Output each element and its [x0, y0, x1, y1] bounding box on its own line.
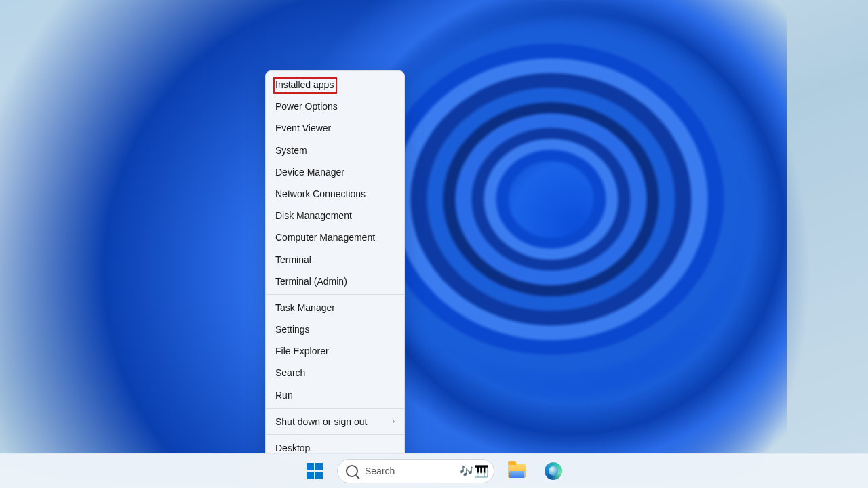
menu-item-task-manager[interactable]: Task Manager	[266, 297, 404, 319]
menu-item-run[interactable]: Run	[266, 384, 404, 406]
menu-item-disk-management[interactable]: Disk Management	[266, 205, 404, 226]
menu-item-label: Task Manager	[275, 302, 335, 314]
file-explorer-taskbar-button[interactable]	[502, 457, 531, 485]
wallpaper-bloom	[122, 0, 868, 488]
chevron-right-icon: ›	[393, 417, 395, 426]
menu-item-event-viewer[interactable]: Event Viewer	[266, 117, 404, 139]
winx-power-user-menu: Installed appsPower OptionsEvent ViewerS…	[265, 70, 405, 462]
menu-item-terminal[interactable]: Terminal	[266, 249, 404, 270]
menu-separator	[266, 408, 404, 409]
menu-item-label: System	[275, 144, 307, 157]
menu-item-label: Device Manager	[275, 166, 344, 178]
menu-separator	[266, 294, 404, 295]
menu-item-network-connections[interactable]: Network Connections	[266, 183, 404, 205]
menu-item-label: Terminal	[275, 253, 311, 266]
menu-item-label: Network Connections	[275, 188, 366, 200]
search-placeholder-text: Search	[365, 466, 395, 476]
menu-item-label: Desktop	[275, 442, 310, 454]
menu-item-shut-down-or-sign-out[interactable]: Shut down or sign out›	[266, 411, 404, 432]
menu-item-label: Terminal (Admin)	[275, 275, 347, 287]
start-button[interactable]	[300, 457, 329, 485]
edge-icon	[545, 462, 562, 480]
menu-item-installed-apps[interactable]: Installed apps	[266, 74, 404, 96]
search-icon	[346, 465, 358, 477]
menu-separator	[266, 434, 404, 435]
menu-item-label: Computer Management	[275, 231, 375, 243]
menu-item-device-manager[interactable]: Device Manager	[266, 161, 404, 183]
menu-item-terminal-admin[interactable]: Terminal (Admin)	[266, 270, 404, 292]
menu-item-file-explorer[interactable]: File Explorer	[266, 340, 404, 362]
menu-item-settings[interactable]: Settings	[266, 319, 404, 340]
menu-item-label: Settings	[275, 323, 310, 336]
menu-item-label: Power Options	[275, 100, 338, 113]
menu-item-label: Search	[275, 367, 305, 379]
menu-item-label: Shut down or sign out	[275, 415, 367, 428]
menu-item-label: Installed apps	[275, 79, 334, 91]
menu-item-power-options[interactable]: Power Options	[266, 96, 404, 117]
search-spotlight-icon: 🎶🎹	[460, 466, 488, 477]
taskbar: Search 🎶🎹	[0, 453, 868, 488]
menu-item-label: Disk Management	[275, 209, 352, 222]
desktop-wallpaper[interactable]	[0, 0, 868, 454]
file-explorer-icon	[508, 464, 526, 478]
menu-item-search[interactable]: Search	[266, 362, 404, 384]
menu-item-computer-management[interactable]: Computer Management	[266, 226, 404, 248]
menu-item-label: File Explorer	[275, 345, 329, 357]
menu-item-label: Run	[275, 389, 293, 401]
taskbar-search-box[interactable]: Search 🎶🎹	[337, 459, 494, 483]
menu-item-system[interactable]: System	[266, 140, 404, 161]
edge-taskbar-button[interactable]	[539, 457, 568, 485]
windows-logo-icon	[307, 463, 323, 479]
menu-item-label: Event Viewer	[275, 122, 331, 134]
